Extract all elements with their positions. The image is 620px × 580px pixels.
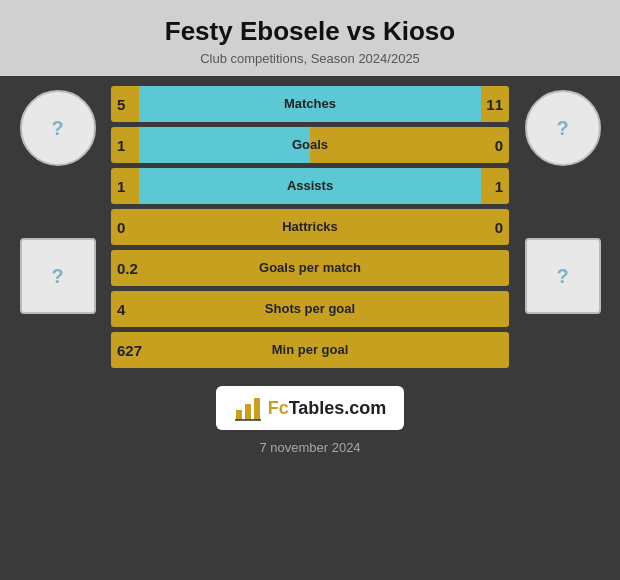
right-player-icon-bottom: ? <box>556 265 568 288</box>
goals-per-match-left-val: 0.2 <box>117 260 138 277</box>
right-player-col: ? ? <box>515 86 610 314</box>
assists-right-val: 1 <box>495 178 503 195</box>
right-player-icon-top: ? <box>556 117 568 140</box>
matches-right-val: 11 <box>486 96 503 113</box>
svg-rect-0 <box>236 410 242 420</box>
date-text: 7 november 2024 <box>259 440 360 455</box>
assists-label: Assists <box>287 178 333 193</box>
matches-label: Matches <box>284 96 336 111</box>
left-player-avatar-top: ? <box>20 90 96 166</box>
goals-right-val: 0 <box>495 137 503 154</box>
hattricks-right-val: 0 <box>495 219 503 236</box>
right-player-avatar-bottom: ? <box>525 238 601 314</box>
svg-rect-1 <box>245 404 251 420</box>
logo-area: FcTables.com 7 november 2024 <box>0 386 620 467</box>
main-content: ? ? 5 Matches 11 1 Goals 0 1 Assists <box>0 76 620 368</box>
min-per-goal-row: 627 Min per goal <box>111 332 509 368</box>
left-player-col: ? ? <box>10 86 105 314</box>
logo-fc-text: Fc <box>268 398 289 418</box>
shots-per-goal-label: Shots per goal <box>265 301 355 316</box>
fctables-logo-icon <box>234 394 262 422</box>
logo-text: FcTables.com <box>268 398 387 419</box>
hattricks-label: Hattricks <box>282 219 338 234</box>
matches-row: 5 Matches 11 <box>111 86 509 122</box>
goals-left-val: 1 <box>117 137 125 154</box>
svg-rect-2 <box>254 398 260 420</box>
assists-left-val: 1 <box>117 178 125 195</box>
subtitle: Club competitions, Season 2024/2025 <box>10 51 610 66</box>
shots-per-goal-row: 4 Shots per goal <box>111 291 509 327</box>
matches-left-val: 5 <box>117 96 125 113</box>
header-section: Festy Ebosele vs Kioso Club competitions… <box>0 0 620 76</box>
goals-label: Goals <box>292 137 328 152</box>
min-per-goal-label: Min per goal <box>272 342 349 357</box>
logo-tables-text: Tables.com <box>289 398 387 418</box>
logo-box: FcTables.com <box>216 386 405 430</box>
assists-row: 1 Assists 1 <box>111 168 509 204</box>
goals-row: 1 Goals 0 <box>111 127 509 163</box>
left-player-icon-top: ? <box>51 117 63 140</box>
left-player-icon-bottom: ? <box>51 265 63 288</box>
shots-per-goal-left-val: 4 <box>117 301 125 318</box>
min-per-goal-left-val: 627 <box>117 342 142 359</box>
page-title: Festy Ebosele vs Kioso <box>10 16 610 47</box>
left-player-avatar-bottom: ? <box>20 238 96 314</box>
stats-col: 5 Matches 11 1 Goals 0 1 Assists 1 0 Hat… <box>105 86 515 368</box>
right-player-avatar-top: ? <box>525 90 601 166</box>
goals-per-match-label: Goals per match <box>259 260 361 275</box>
goals-per-match-row: 0.2 Goals per match <box>111 250 509 286</box>
hattricks-left-val: 0 <box>117 219 125 236</box>
hattricks-row: 0 Hattricks 0 <box>111 209 509 245</box>
